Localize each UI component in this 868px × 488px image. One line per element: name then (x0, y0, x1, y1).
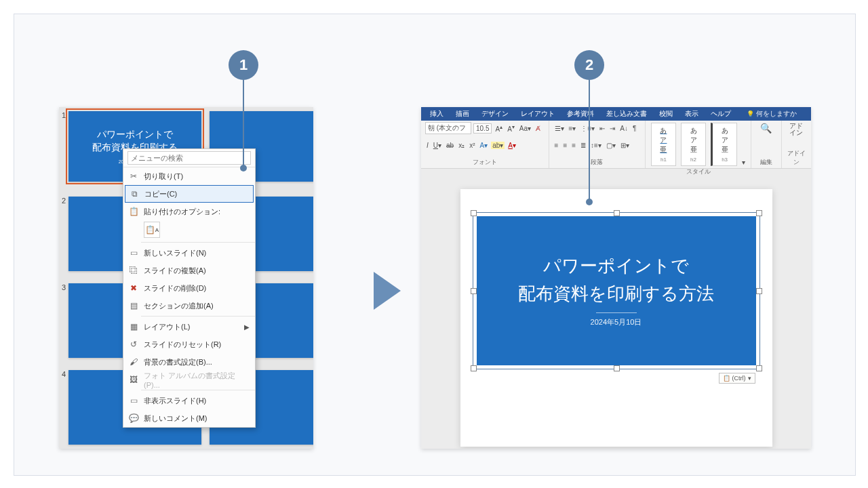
menu-item-format-background[interactable]: 🖌 背景の書式設定(B)... (123, 353, 255, 371)
slide-date: 2024年5月10日 (591, 317, 642, 327)
bullets-button[interactable]: ☰▾ (553, 125, 566, 132)
grow-font-button[interactable]: A▴ (494, 123, 504, 133)
thumb-index: 4 (62, 370, 66, 378)
resize-handle[interactable] (614, 210, 620, 216)
line-spacing-button[interactable]: ↕≡▾ (589, 142, 603, 149)
ribbon-group-font: 朝 (本文のフ 10.5 A▴ A▾ Aa▾ A̸ I U▾ ab x₂ x² … (421, 121, 549, 168)
connector-2 (589, 80, 590, 202)
clear-format-button[interactable]: A̸ (534, 125, 542, 132)
tab-layout[interactable]: レイアウト (515, 107, 561, 121)
resize-handle[interactable] (471, 210, 477, 216)
tab-insert[interactable]: 挿入 (424, 107, 450, 121)
menu-item-hide-slide[interactable]: ▭ 非表示スライド(H) (123, 392, 255, 409)
delete-icon: ✖ (127, 283, 140, 293)
numbering-button[interactable]: ≡▾ (568, 125, 578, 132)
menu-label: 非表示スライド(H) (144, 396, 250, 406)
style-h1[interactable]: あア亜 h1 (651, 123, 676, 166)
menu-label: スライドの複製(A) (144, 266, 250, 276)
resize-handle[interactable] (614, 365, 620, 371)
ribbon-group-paragraph: ☰▾ ≡▾ ⋮≡▾ ⇤ ⇥ A↓ ¶ ≡ ≡ ≡ ≣ ↕≡▾ ▢▾ ⊞▾ (549, 121, 646, 168)
decrease-indent-button[interactable]: ⇤ (598, 125, 606, 132)
style-h3[interactable]: あア亜 h3 (711, 123, 737, 166)
addin-button[interactable]: アド イン (788, 123, 804, 136)
style-h2[interactable]: あア亜 h2 (681, 123, 706, 166)
font-color-button[interactable]: A▾ (507, 142, 517, 149)
menu-label: 貼り付けのオプション: (144, 207, 250, 217)
new-slide-icon: ▭ (127, 247, 140, 258)
change-case-button[interactable]: Aa▾ (518, 125, 532, 132)
styles-gallery-expand[interactable]: ▾ (741, 159, 747, 166)
step-number: 1 (239, 56, 248, 74)
ribbon-group-addin: アド イン アドイン (782, 121, 811, 168)
font-size-selector[interactable]: 10.5 (473, 123, 492, 134)
align-right-button[interactable]: ≡ (570, 142, 577, 149)
ribbon: 朝 (本文のフ 10.5 A▴ A▾ Aa▾ A̸ I U▾ ab x₂ x² … (421, 121, 811, 169)
menu-item-new-slide[interactable]: ▭ 新しいスライド(N) (123, 244, 255, 262)
menu-search-input[interactable] (127, 151, 251, 165)
group-label: スタイル (650, 166, 747, 176)
document-page[interactable]: パワーポイントで 配布資料を印刷する方法 2024年5月10日 📋 (Ctrl)… (460, 189, 772, 447)
tab-references[interactable]: 参考資料 (561, 107, 600, 121)
style-name: h1 (658, 157, 669, 163)
menu-item-cut[interactable]: ✂ 切り取り(T) (123, 167, 255, 185)
menu-item-add-section[interactable]: ▤ セクションの追加(A) (123, 297, 255, 314)
background-icon: 🖌 (127, 357, 140, 367)
comment-icon: 💬 (127, 413, 140, 424)
paste-option-keep-source[interactable]: 📋A (144, 222, 160, 238)
resize-handle[interactable] (756, 288, 762, 294)
multilevel-button[interactable]: ⋮≡▾ (579, 125, 596, 132)
style-name: h2 (688, 157, 698, 163)
menu-search-container (123, 149, 255, 167)
tell-me-input[interactable]: 何をしますか (737, 107, 803, 121)
menu-item-duplicate-slide[interactable]: ⿻ スライドの複製(A) (123, 262, 255, 279)
group-label: フォント (425, 157, 545, 167)
shrink-font-button[interactable]: A▾ (506, 123, 516, 133)
menu-item-photo-album: 🖼 フォト アルバムの書式設定(P)... (123, 371, 255, 388)
menu-item-layout[interactable]: ▦ レイアウト(L) ▶ (123, 318, 255, 336)
tab-draw[interactable]: 描画 (450, 107, 475, 121)
sort-button[interactable]: A↓ (618, 125, 629, 132)
tab-help[interactable]: ヘルプ (705, 107, 737, 121)
paste-smart-tag[interactable]: 📋 (Ctrl) ▾ (719, 373, 755, 384)
menu-label: コピー(C) (144, 189, 249, 199)
italic-button[interactable]: I (425, 142, 430, 149)
increase-indent-button[interactable]: ⇥ (608, 125, 616, 132)
connector-1 (243, 80, 244, 168)
group-label: 段落 (553, 157, 641, 167)
resize-handle[interactable] (471, 365, 477, 371)
tab-mailings[interactable]: 差し込み文書 (600, 107, 653, 121)
menu-item-reset-slide[interactable]: ↺ スライドのリセット(R) (123, 336, 255, 353)
menu-label: 新しいスライド(N) (144, 248, 250, 258)
font-name-selector[interactable]: 朝 (本文のフ (425, 122, 471, 134)
text-effects-button[interactable]: A▾ (478, 142, 489, 149)
menu-label: スライドの削除(D) (144, 283, 250, 293)
justify-button[interactable]: ≣ (579, 142, 587, 149)
align-center-button[interactable]: ≡ (561, 142, 568, 149)
slide-content: パワーポイントで 配布資料を印刷する方法 2024年5月10日 (477, 216, 756, 365)
find-button[interactable]: 🔍 (759, 123, 773, 134)
show-marks-button[interactable]: ¶ (631, 125, 637, 132)
tab-design[interactable]: デザイン (475, 107, 515, 121)
resize-handle[interactable] (471, 288, 477, 294)
subscript-button[interactable]: x₂ (457, 142, 466, 149)
tutorial-canvas: 1 2 1 パワーポイントで 配布資料を印刷する 2024年5月10日 2 2 … (14, 14, 856, 476)
ribbon-group-styles: あア亜 h1 あア亜 h2 あア亜 h3 ▾ スタイル (646, 121, 751, 168)
tab-review[interactable]: 校閲 (653, 107, 679, 121)
inserted-slide-object[interactable]: パワーポイントで 配布資料を印刷する方法 2024年5月10日 📋 (Ctrl)… (473, 212, 760, 369)
highlight-button[interactable]: ab▾ (491, 142, 505, 149)
align-left-button[interactable]: ≡ (553, 142, 560, 149)
resize-handle[interactable] (756, 365, 762, 371)
resize-handle[interactable] (756, 210, 762, 216)
slide-title-line1: パワーポイントで (97, 128, 173, 142)
menu-item-new-comment[interactable]: 💬 新しいコメント(M) (123, 409, 255, 427)
menu-item-delete-slide[interactable]: ✖ スライドの削除(D) (123, 279, 255, 297)
slide-title-line1: パワーポイントで (543, 254, 689, 278)
shading-button[interactable]: ▢▾ (605, 142, 617, 149)
underline-button[interactable]: U▾ (432, 142, 443, 149)
borders-button[interactable]: ⊞▾ (619, 142, 631, 149)
strikethrough-button[interactable]: ab (445, 142, 455, 149)
tab-view[interactable]: 表示 (679, 107, 705, 121)
thumb-index: 3 (62, 283, 66, 291)
menu-item-copy[interactable]: ⧉ コピー(C) (125, 185, 254, 203)
superscript-button[interactable]: x² (468, 142, 476, 149)
